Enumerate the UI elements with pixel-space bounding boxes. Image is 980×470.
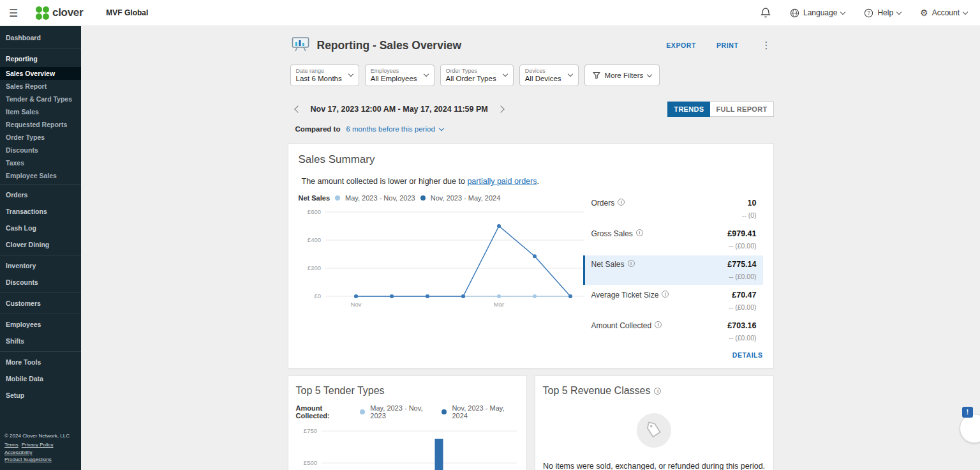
sidebar-item-cash-log[interactable]: Cash Log [0, 220, 81, 236]
sidebar-item-taxes[interactable]: Taxes [0, 156, 81, 169]
terms-link[interactable]: Terms [4, 442, 19, 448]
metric-row-net-sales[interactable]: Net Salesi £775.14-- (£0.00) [583, 255, 763, 285]
sidebar-item-employees[interactable]: Employees [0, 316, 81, 333]
chevron-down-icon [840, 9, 845, 14]
sidebar-item-clover-dining[interactable]: Clover Dining [0, 236, 81, 253]
merchant-name: MVF Global [106, 8, 148, 17]
tender-types-card: Top 5 Tender Types Amount Collected: May… [288, 375, 527, 470]
sidebar-item-mobile-data[interactable]: Mobile Data [0, 370, 81, 387]
devices-filter[interactable]: Devices All Devices [519, 64, 579, 86]
svg-text:Mar: Mar [493, 301, 503, 308]
sidebar-item-dashboard[interactable]: Dashboard [0, 29, 81, 46]
metric-value: £70.47 [729, 291, 756, 299]
compare-row: Compared to 6 months before this period [295, 125, 774, 133]
trends-tab[interactable]: TRENDS [667, 102, 710, 117]
period-range-text: Nov 17, 2023 12:00 AM - May 17, 2024 11:… [311, 105, 488, 114]
tender-types-bar-chart: £250£500£750 [296, 423, 519, 470]
date-range-filter[interactable]: Date range Last 6 Months [290, 64, 359, 86]
compared-to-selector[interactable]: 6 months before this period [346, 125, 443, 133]
sidebar-item-setup[interactable]: Setup [0, 387, 81, 404]
language-menu[interactable]: Language [790, 8, 845, 18]
sidebar-item-order-types[interactable]: Order Types [0, 131, 81, 144]
filter-value: Last 6 Months [296, 75, 342, 82]
sidebar-item-item-sales[interactable]: Item Sales [0, 105, 81, 118]
account-label: Account [932, 8, 960, 17]
top-bar: ☰ clover MVF Global Language ? Help ⚙ Ac… [0, 0, 980, 26]
sidebar-item-transactions[interactable]: Transactions [0, 203, 81, 220]
print-button[interactable]: PRINT [716, 42, 739, 49]
sidebar-group-reporting: Reporting Sales Overview Sales Report Te… [0, 48, 81, 184]
info-icon[interactable]: i [636, 229, 643, 236]
metric-row-average-ticket-size[interactable]: Average Ticket Sizei £70.47-- (£0.00) [583, 286, 763, 315]
tender-types-title: Top 5 Tender Types [296, 385, 519, 397]
info-icon[interactable]: i [628, 260, 635, 267]
help-menu[interactable]: ? Help [864, 8, 901, 18]
empty-state-message: No items were sold, exchanged, or refund… [543, 462, 766, 470]
filter-label: Devices [525, 68, 561, 74]
next-period-button[interactable] [497, 105, 504, 112]
net-sales-legend: Net Sales May, 2023 - Nov, 2023 Nov, 202… [299, 194, 583, 202]
more-options-icon[interactable]: ⋮ [759, 40, 774, 51]
metric-value: £979.41 [727, 229, 756, 238]
metric-row-orders[interactable]: Ordersi 10-- (0) [583, 194, 763, 224]
full-report-tab[interactable]: FULL REPORT [710, 102, 773, 117]
series-2-dot-icon [420, 195, 426, 201]
net-sales-line-chart: £0£200£400£600NovMar [299, 206, 587, 310]
svg-text:Nov: Nov [350, 301, 361, 308]
legend-title: Net Sales [299, 194, 330, 202]
info-icon[interactable]: i [654, 388, 661, 395]
more-filters-button[interactable]: More Filters [584, 64, 660, 86]
clover-leaf-icon [36, 6, 49, 20]
order-types-filter[interactable]: Order Types All Order Types [440, 64, 514, 86]
clover-logo[interactable]: clover [36, 6, 83, 20]
tender-types-legend: Amount Collected: May, 2023 - Nov, 2023 … [296, 404, 519, 420]
empty-state-circle [637, 413, 671, 448]
sidebar-item-shifts[interactable]: Shifts [0, 333, 81, 349]
metric-label: Amount Collected [591, 321, 652, 330]
language-label: Language [803, 8, 837, 17]
export-button[interactable]: EXPORT [666, 42, 696, 49]
info-icon[interactable]: i [655, 321, 662, 328]
info-icon[interactable]: i [618, 199, 625, 206]
sidebar-item-employee-sales[interactable]: Employee Sales [0, 169, 81, 182]
account-menu[interactable]: ⚙ Account [920, 8, 967, 18]
employees-filter[interactable]: Employees All Employees [365, 64, 434, 86]
sidebar-item-discounts[interactable]: Discounts [0, 274, 81, 291]
notifications-button[interactable] [761, 7, 771, 19]
note-text: . [537, 177, 538, 186]
metric-row-gross-sales[interactable]: Gross Salesi £979.41-- (£0.00) [583, 225, 763, 254]
product-suggestions-link[interactable]: Product Suggestions [4, 457, 52, 462]
sidebar-item-orders[interactable]: Orders [0, 186, 81, 203]
sidebar-item-tender-card-types[interactable]: Tender & Card Types [0, 93, 81, 105]
metric-label: Average Ticket Size [591, 291, 659, 299]
hamburger-menu-icon[interactable]: ☰ [9, 7, 24, 19]
partially-paid-orders-link[interactable]: partially paid orders [467, 177, 537, 186]
sidebar-item-inventory[interactable]: Inventory [0, 257, 81, 274]
sidebar-item-discounts-report[interactable]: Discounts [0, 144, 81, 156]
series-2-label: Nov, 2023 - May, 2024 [431, 194, 501, 202]
metric-value: £775.14 [727, 260, 756, 269]
sidebar-item-sales-report[interactable]: Sales Report [0, 80, 81, 93]
sidebar-group: Customers [0, 292, 81, 314]
filter-label: Date range [296, 68, 342, 74]
metrics-panel: Ordersi 10-- (0) Gross Salesi £979.41-- … [583, 194, 763, 359]
metric-label: Gross Sales [591, 229, 633, 238]
info-icon[interactable]: i [662, 291, 669, 298]
sidebar-item-reporting[interactable]: Reporting [0, 50, 81, 67]
filter-label: Employees [371, 68, 417, 74]
filter-value: All Devices [525, 75, 561, 82]
sidebar-item-sales-overview[interactable]: Sales Overview [0, 67, 81, 80]
filter-value: All Order Types [446, 75, 496, 82]
sidebar: Dashboard Reporting Sales Overview Sales… [0, 26, 81, 470]
privacy-policy-link[interactable]: Privacy Policy [22, 442, 54, 448]
sidebar-item-customers[interactable]: Customers [0, 295, 81, 312]
metric-row-amount-collected[interactable]: Amount Collectedi £703.16-- (£0.00) [583, 317, 763, 346]
accessibility-link[interactable]: Accessibility [4, 450, 33, 455]
details-link[interactable]: DETAILS [583, 351, 763, 359]
previous-period-button[interactable] [294, 105, 301, 112]
gear-icon: ⚙ [920, 8, 928, 18]
feedback-alert-badge[interactable]: ! [962, 407, 973, 418]
sidebar-item-more-tools[interactable]: More Tools [0, 354, 81, 370]
sidebar-item-requested-reports[interactable]: Requested Reports [0, 118, 81, 131]
sidebar-group: Inventory Discounts [0, 255, 81, 292]
